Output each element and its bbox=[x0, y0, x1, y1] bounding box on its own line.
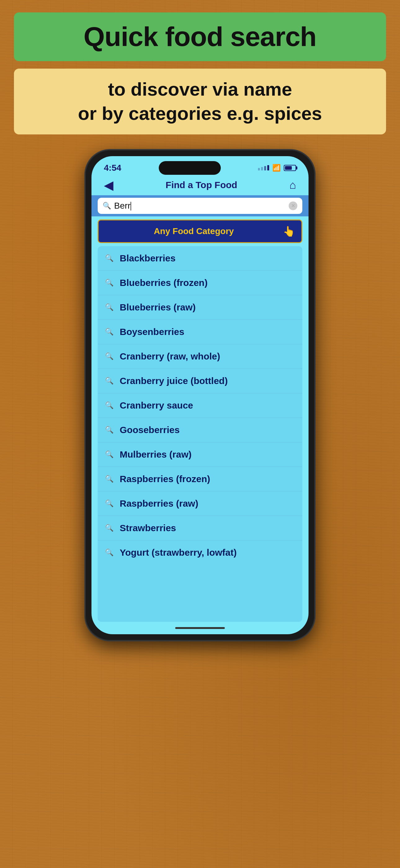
dynamic-island bbox=[159, 161, 221, 175]
list-item[interactable]: 🔍 Cranberry (raw, whole) bbox=[98, 344, 302, 369]
status-time: 4:54 bbox=[104, 163, 121, 173]
item-search-icon: 🔍 bbox=[105, 451, 113, 459]
item-search-icon: 🔍 bbox=[105, 549, 113, 557]
app-title: Quick food search bbox=[26, 22, 374, 52]
item-name: Yogurt (strawberry, lowfat) bbox=[120, 547, 237, 558]
header-banner: Quick food search bbox=[14, 12, 386, 61]
hand-pointer-icon: 👆 bbox=[283, 225, 295, 237]
list-item[interactable]: 🔍 Cranberry juice (bottled) bbox=[98, 369, 302, 393]
list-item[interactable]: 🔍 Cranberry sauce bbox=[98, 393, 302, 418]
item-search-icon: 🔍 bbox=[105, 426, 113, 434]
list-item[interactable]: 🔍 Strawberries bbox=[98, 516, 302, 540]
item-name: Blueberries (raw) bbox=[120, 302, 196, 313]
item-name: Strawberries bbox=[120, 523, 176, 533]
item-name: Boysenberries bbox=[120, 327, 184, 337]
item-search-icon: 🔍 bbox=[105, 499, 113, 507]
item-search-icon: 🔍 bbox=[105, 352, 113, 361]
list-item[interactable]: 🔍 Raspberries (frozen) bbox=[98, 467, 302, 491]
home-button[interactable]: ⌂ bbox=[289, 179, 296, 191]
status-bar: 4:54 📶 bbox=[92, 156, 308, 175]
navigation-bar: ◀ Find a Top Food ⌂ bbox=[92, 175, 308, 195]
item-name: Mulberries (raw) bbox=[120, 449, 192, 460]
item-name: Cranberry (raw, whole) bbox=[120, 351, 220, 362]
list-item[interactable]: 🔍 Blueberries (frozen) bbox=[98, 271, 302, 295]
search-input-wrapper[interactable]: 🔍 Berr ✕ bbox=[98, 198, 302, 214]
phone-shell: 4:54 📶 ◀ Find a Top Food ⌂ 🔍 bbox=[85, 150, 315, 641]
item-search-icon: 🔍 bbox=[105, 254, 113, 262]
item-name: Raspberries (frozen) bbox=[120, 474, 210, 484]
subtitle-text: to discover via name or by categories e.… bbox=[26, 77, 374, 126]
item-name: Blackberries bbox=[120, 253, 175, 264]
item-search-icon: 🔍 bbox=[105, 303, 113, 311]
search-container: 🔍 Berr ✕ bbox=[92, 195, 308, 216]
list-item[interactable]: 🔍 Raspberries (raw) bbox=[98, 491, 302, 516]
list-item[interactable]: 🔍 Mulberries (raw) bbox=[98, 442, 302, 467]
signal-icon bbox=[258, 165, 269, 170]
list-item[interactable]: 🔍 Boysenberries bbox=[98, 320, 302, 344]
search-clear-button[interactable]: ✕ bbox=[289, 202, 297, 210]
item-search-icon: 🔍 bbox=[105, 377, 113, 385]
home-indicator-bar bbox=[175, 627, 225, 629]
search-results-list: 🔍 Blackberries 🔍 Blueberries (frozen) 🔍 … bbox=[98, 246, 302, 622]
item-search-icon: 🔍 bbox=[105, 401, 113, 409]
list-item[interactable]: 🔍 Blueberries (raw) bbox=[98, 295, 302, 320]
item-name: Raspberries (raw) bbox=[120, 498, 198, 509]
item-search-icon: 🔍 bbox=[105, 328, 113, 336]
category-label: Any Food Category bbox=[105, 226, 283, 236]
subtitle-banner: to discover via name or by categories e.… bbox=[14, 69, 386, 134]
back-button[interactable]: ◀ bbox=[104, 178, 113, 192]
search-input[interactable]: Berr bbox=[114, 201, 286, 211]
item-name: Blueberries (frozen) bbox=[120, 278, 207, 288]
nav-title: Find a Top Food bbox=[166, 180, 237, 190]
list-item[interactable]: 🔍 Gooseberries bbox=[98, 418, 302, 442]
item-search-icon: 🔍 bbox=[105, 524, 113, 532]
item-search-icon: 🔍 bbox=[105, 475, 113, 483]
wifi-icon: 📶 bbox=[272, 164, 280, 172]
phone-screen: 4:54 📶 ◀ Find a Top Food ⌂ 🔍 bbox=[92, 156, 308, 634]
list-item[interactable]: 🔍 Yogurt (strawberry, lowfat) bbox=[98, 540, 302, 565]
list-item[interactable]: 🔍 Blackberries bbox=[98, 246, 302, 271]
battery-icon bbox=[284, 165, 296, 171]
search-icon: 🔍 bbox=[103, 202, 111, 210]
item-name: Cranberry juice (bottled) bbox=[120, 376, 228, 386]
item-name: Gooseberries bbox=[120, 425, 179, 435]
item-name: Cranberry sauce bbox=[120, 400, 193, 411]
category-dropdown[interactable]: Any Food Category 👆 bbox=[98, 219, 302, 243]
item-search-icon: 🔍 bbox=[105, 279, 113, 287]
status-icons: 📶 bbox=[258, 164, 296, 172]
home-indicator bbox=[92, 622, 308, 634]
